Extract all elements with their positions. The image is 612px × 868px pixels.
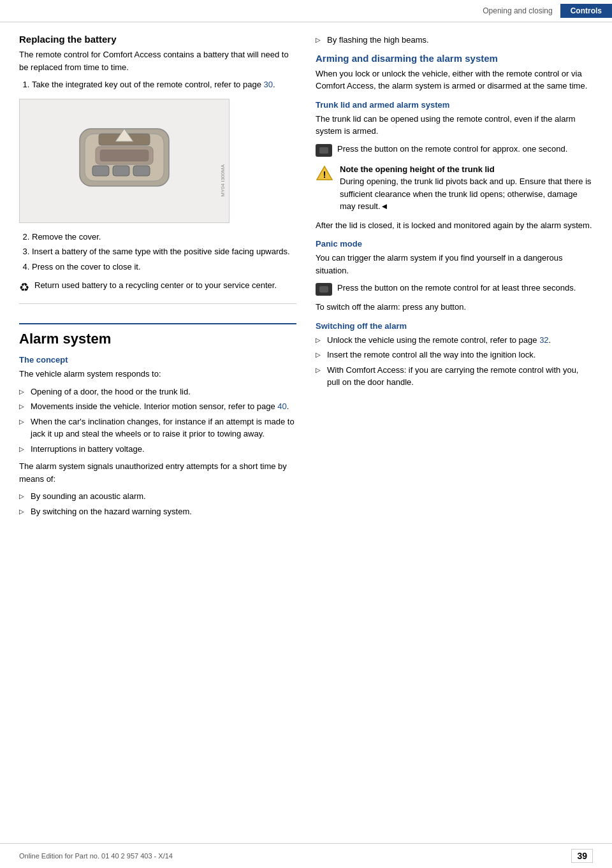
replacing-battery-title: Replacing the battery <box>19 34 296 45</box>
nav-controls: Controls <box>560 4 612 18</box>
svg-rect-4 <box>92 166 109 176</box>
battery-step-4: Press on the cover to close it. <box>32 261 296 273</box>
signals-list: By sounding an acoustic alarm. By switch… <box>19 490 296 517</box>
warning-title: Note the opening height of the trunk lid <box>340 164 495 174</box>
concept-item-2: Movements inside the vehicle. Interior m… <box>19 400 296 413</box>
panic-title: Panic mode <box>316 239 593 249</box>
alarm-system-title: Alarm system <box>19 323 296 347</box>
battery-image: MY04 I300MA <box>19 99 229 223</box>
svg-rect-6 <box>133 166 150 176</box>
concept-item-4: Interruptions in battery voltage. <box>19 443 296 456</box>
battery-steps-list: Take the integrated key out of the remot… <box>19 78 296 91</box>
warning-text-body: During opening, the trunk lid pivots bac… <box>340 177 592 211</box>
switching-list: Unlock the vehicle using the remote cont… <box>316 334 593 389</box>
trunk-note-text: Press the button on the remote control f… <box>337 143 567 156</box>
panic-note-text: Press the button on the remote control f… <box>337 282 576 294</box>
concept-intro: The vehicle alarm system responds to: <box>19 368 296 380</box>
concept-item-3: When the car's inclination changes, for … <box>19 416 296 440</box>
svg-text:!: ! <box>323 170 326 180</box>
switching-item-3: With Comfort Access: if you are carrying… <box>316 364 593 389</box>
battery-step-3: Insert a battery of the same type with t… <box>32 245 296 258</box>
panic-remote-note: Press the button on the remote control f… <box>316 282 593 296</box>
page-number: 39 <box>571 849 593 863</box>
panic-text: You can trigger the alarm system if you … <box>316 252 593 277</box>
arming-title: Arming and disarming the alarm system <box>316 53 593 64</box>
trunk-remote-note: Press the button on the remote control f… <box>316 143 593 157</box>
image-caption: MY04 I300MA <box>220 164 226 197</box>
recycle-text: Return used battery to a recycling cente… <box>34 279 277 292</box>
switching-title: Switching off the alarm <box>316 321 593 331</box>
main-content: Replacing the battery The remote control… <box>0 22 612 548</box>
switching-item-1: Unlock the vehicle using the remote cont… <box>316 334 593 347</box>
panic-switch-text: To switch off the alarm: press any butto… <box>316 301 593 314</box>
divider <box>19 303 296 304</box>
signal-item-3: By flashing the high beams. <box>316 34 593 47</box>
remote-control-icon <box>316 144 332 157</box>
switching-item-2: Insert the remote control all the way in… <box>316 349 593 361</box>
recycle-icon: ♻ <box>19 280 29 294</box>
battery-steps-list-2: Remove the cover. Insert a battery of th… <box>19 231 296 273</box>
header-navigation: Opening and closing Controls <box>475 4 612 18</box>
right-column: By flashing the high beams. Arming and d… <box>316 34 593 523</box>
concept-item-1: Opening of a door, the hood or the trunk… <box>19 386 296 398</box>
warning-content: Note the opening height of the trunk lid… <box>340 163 593 213</box>
svg-rect-8 <box>100 150 149 161</box>
warning-triangle-icon: ! <box>316 164 333 184</box>
footer-text: Online Edition for Part no. 01 40 2 957 … <box>19 852 173 860</box>
left-column: Replacing the battery The remote control… <box>19 34 296 523</box>
signal-item-1: By sounding an acoustic alarm. <box>19 490 296 503</box>
battery-step-1: Take the integrated key out of the remot… <box>32 78 296 91</box>
link-page40[interactable]: 40 <box>277 401 286 411</box>
concept-list: Opening of a door, the hood or the trunk… <box>19 386 296 456</box>
link-page32[interactable]: 32 <box>539 335 548 345</box>
recycle-note: ♻ Return used battery to a recycling cen… <box>19 279 296 294</box>
trunk-text: The trunk lid can be opened using the re… <box>316 113 593 138</box>
remote-control-icon-2 <box>316 283 332 296</box>
signal-item-2: By switching on the hazard warning syste… <box>19 505 296 518</box>
signals-intro: The alarm system signals unauthorized en… <box>19 460 296 485</box>
page-header: Opening and closing Controls <box>0 0 612 22</box>
arming-text: When you lock or unlock the vehicle, eit… <box>316 68 593 92</box>
page-footer: Online Edition for Part no. 01 40 2 957 … <box>0 843 612 868</box>
trunk-title: Trunk lid and armed alarm system <box>316 100 593 110</box>
right-signal-list: By flashing the high beams. <box>316 34 593 47</box>
trunk-warning: ! Note the opening height of the trunk l… <box>316 163 593 213</box>
replacing-battery-intro: The remote control for Comfort Access co… <box>19 48 296 73</box>
link-page30[interactable]: 30 <box>264 80 273 89</box>
after-lid-text: After the lid is closed, it is locked an… <box>316 219 593 232</box>
concept-title: The concept <box>19 355 296 365</box>
nav-opening-closing: Opening and closing <box>475 4 560 18</box>
battery-step-2: Remove the cover. <box>32 231 296 243</box>
svg-rect-5 <box>113 166 129 176</box>
